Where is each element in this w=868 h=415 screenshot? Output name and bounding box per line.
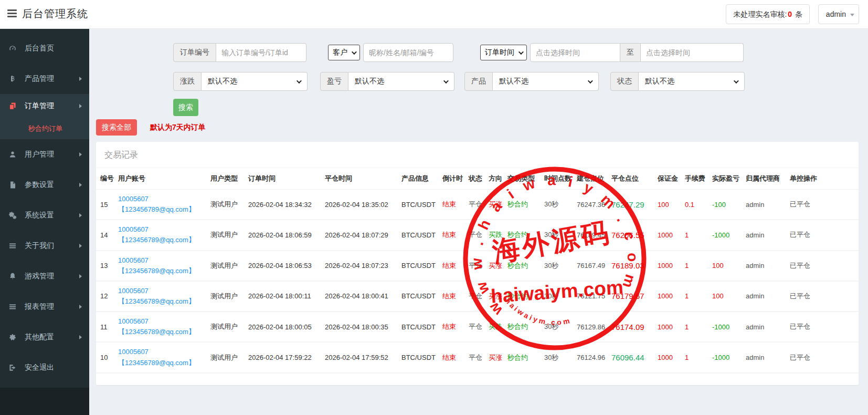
product-filter-group: 产品 默认不选 bbox=[464, 72, 599, 91]
cell-close-time: 2026-02-04 18:00:41 bbox=[321, 281, 397, 312]
sidebar-item-0[interactable]: 后台首页 bbox=[0, 33, 89, 64]
gear-icon bbox=[8, 333, 19, 341]
order-no-input[interactable] bbox=[216, 43, 306, 62]
list-icon bbox=[8, 303, 19, 311]
cell-profit: 100 bbox=[708, 251, 742, 281]
col-header-12: 平仓点位 bbox=[607, 168, 653, 190]
rise-fall-label: 涨跌 bbox=[173, 72, 202, 91]
rise-fall-filter-group: 涨跌 默认不选 bbox=[173, 72, 308, 91]
cell-user-type: 测试用户 bbox=[206, 190, 244, 220]
sidebar-subitem-0[interactable]: 秒合约订单 bbox=[0, 118, 89, 139]
orders-copy-icon bbox=[8, 102, 19, 110]
sidebar-item-label: 游戏管理 bbox=[25, 272, 54, 281]
cell-time-points: 30秒 bbox=[540, 190, 573, 220]
cell-order-time: 2026-02-04 17:59:22 bbox=[244, 342, 321, 372]
search-button[interactable]: 搜索 bbox=[173, 99, 198, 116]
rise-fall-value: 默认不选 bbox=[208, 77, 237, 86]
account-link[interactable]: 10005607 bbox=[118, 194, 203, 204]
status-filter-group: 状态 默认不选 bbox=[610, 72, 745, 91]
chevron-right-icon bbox=[79, 305, 82, 309]
account-link[interactable]: 10005607 bbox=[118, 224, 203, 235]
customer-type-select[interactable]: 客户 bbox=[328, 45, 360, 60]
panel-title: 交易记录 bbox=[96, 142, 859, 168]
cell-agent: admin bbox=[742, 281, 786, 312]
time-type-select[interactable]: 订单时间 bbox=[480, 45, 527, 60]
cell-close-time: 2026-02-04 18:35:02 bbox=[321, 190, 397, 220]
sidebar-item-10[interactable]: 安全退出 bbox=[0, 352, 89, 383]
logout-icon bbox=[8, 364, 19, 372]
chevron-down-icon bbox=[734, 78, 739, 84]
cell-open-price: 76167.49 bbox=[573, 251, 607, 281]
audit-badge[interactable]: 未处理实名审核:0 条 bbox=[726, 4, 810, 24]
account-email-link[interactable]: 【123456789@qq.com】 bbox=[118, 358, 203, 368]
cell-close-price: 76189.03 bbox=[607, 251, 653, 281]
cell-trade-type: 秒合约 bbox=[503, 251, 540, 281]
sidebar-item-8[interactable]: 报表管理 bbox=[0, 292, 89, 322]
sidebar-item-5[interactable]: 系统设置 bbox=[0, 200, 89, 231]
account-email-link[interactable]: 【123456789@qq.com】 bbox=[118, 204, 203, 215]
cell-id: 14 bbox=[96, 220, 114, 250]
account-link[interactable]: 10005607 bbox=[118, 286, 203, 296]
sidebar-item-2[interactable]: 订单管理 bbox=[0, 94, 89, 118]
cell-direction: 买跌 bbox=[484, 220, 503, 250]
account-link[interactable]: 10005607 bbox=[118, 347, 203, 357]
sidebar-item-7[interactable]: 游戏管理 bbox=[0, 261, 89, 292]
profit-value: 默认不选 bbox=[355, 77, 384, 86]
status-select[interactable]: 默认不选 bbox=[639, 72, 745, 91]
col-header-15: 实际盈亏 bbox=[708, 168, 742, 190]
cell-direction: 买涨 bbox=[484, 251, 503, 281]
account-link[interactable]: 10005607 bbox=[118, 255, 203, 266]
sidebar-active-block: 订单管理秒合约订单 bbox=[0, 94, 89, 139]
app-title: 后台管理系统 bbox=[22, 7, 88, 21]
cell-trade-type: 秒合约 bbox=[503, 342, 540, 372]
sidebar-footer bbox=[0, 388, 89, 415]
default-range-note: 默认为7天内订单 bbox=[150, 123, 206, 132]
customer-input[interactable] bbox=[363, 43, 453, 62]
cell-open-price: 76189.45 bbox=[573, 220, 607, 250]
cell-close-time: 2026-02-04 17:59:52 bbox=[321, 342, 397, 372]
col-header-11: 建仓点位 bbox=[573, 168, 607, 190]
cell-open-price: 76247.36 bbox=[573, 190, 607, 220]
cell-product: BTC/USDT bbox=[397, 342, 438, 372]
cell-status: 平仓 bbox=[464, 220, 484, 250]
sidebar-item-4[interactable]: 参数设置 bbox=[0, 170, 89, 200]
cell-control: 已平仓 bbox=[786, 251, 859, 281]
account-email-link[interactable]: 【123456789@qq.com】 bbox=[118, 266, 203, 276]
cell-product: BTC/USDT bbox=[397, 190, 438, 220]
cell-id: 11 bbox=[96, 312, 114, 342]
cell-agent: admin bbox=[742, 190, 786, 220]
time-end-input[interactable] bbox=[641, 43, 744, 62]
chevron-down-icon bbox=[518, 49, 524, 55]
table-row: 1210005607【123456789@qq.com】测试用户2026-02-… bbox=[96, 281, 859, 312]
user-menu[interactable]: admin bbox=[818, 4, 859, 24]
sidebar-item-1[interactable]: 产品管理 bbox=[0, 64, 89, 94]
sidebar-item-label: 产品管理 bbox=[25, 74, 54, 84]
cell-margin: 1000 bbox=[653, 281, 681, 312]
cell-open-price: 76121.75 bbox=[573, 281, 607, 312]
time-start-input[interactable] bbox=[530, 43, 620, 62]
cell-profit: -1000 bbox=[708, 342, 742, 372]
search-all-button[interactable]: 搜索全部 bbox=[96, 119, 137, 136]
cell-account: 10005607【123456789@qq.com】 bbox=[114, 190, 206, 220]
time-select-value: 订单时间 bbox=[485, 48, 514, 57]
cell-id: 15 bbox=[96, 190, 114, 220]
hamburger-menu-icon[interactable] bbox=[7, 9, 18, 19]
cell-countdown: 结束 bbox=[438, 281, 464, 312]
account-email-link[interactable]: 【123456789@qq.com】 bbox=[118, 235, 203, 245]
chevron-right-icon bbox=[79, 274, 82, 278]
chevron-right-icon bbox=[79, 244, 82, 248]
profit-select[interactable]: 默认不选 bbox=[348, 72, 454, 91]
sidebar-item-3[interactable]: 用户管理 bbox=[0, 139, 89, 170]
account-email-link[interactable]: 【123456789@qq.com】 bbox=[118, 296, 203, 307]
product-select[interactable]: 默认不选 bbox=[493, 72, 599, 91]
account-link[interactable]: 10005607 bbox=[118, 316, 203, 327]
cell-close-time: 2026-02-04 18:07:29 bbox=[321, 220, 397, 250]
cell-margin: 1000 bbox=[653, 220, 681, 250]
rise-fall-select[interactable]: 默认不选 bbox=[202, 72, 308, 91]
trade-records-panel: 交易记录 编号用户账号用户类型订单时间平仓时间产品信息倒计时状态方向交易类型时间… bbox=[96, 142, 859, 385]
sidebar-item-9[interactable]: 其他配置 bbox=[0, 322, 89, 352]
account-email-link[interactable]: 【123456789@qq.com】 bbox=[118, 327, 203, 337]
col-header-10: 时间点数 bbox=[540, 168, 573, 190]
cell-fee: 1 bbox=[681, 251, 708, 281]
sidebar-item-6[interactable]: 关于我们 bbox=[0, 231, 89, 261]
